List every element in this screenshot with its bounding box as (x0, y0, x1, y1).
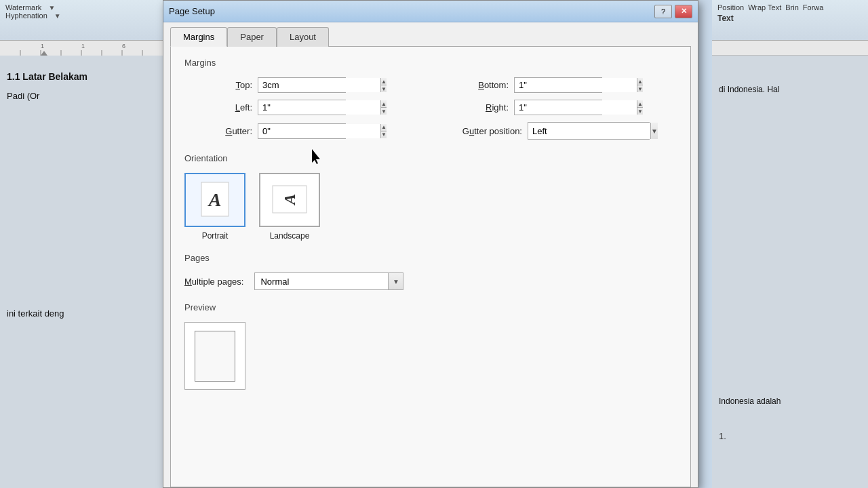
svg-text:6: 6 (122, 43, 125, 49)
doc-para1: Padi (Or (7, 89, 156, 104)
preview-box (184, 322, 245, 390)
doc-right-para2: Indonesia adalah (719, 394, 861, 408)
doc-right-number: 1. (719, 429, 861, 444)
ribbon-item-watermark[interactable]: Watermark (5, 3, 41, 12)
ribbon-item-position[interactable]: Position (717, 3, 744, 12)
multiple-pages-row: Multiple pages: ▼ (184, 272, 677, 290)
ribbon-item-bring[interactable]: Brin (785, 3, 799, 12)
field-row-right: Right: ▲ ▼ (441, 100, 677, 115)
field-row-top: Top: ▲ ▼ (184, 77, 420, 93)
portrait-label: Portrait (202, 231, 229, 241)
top-input[interactable] (258, 78, 380, 92)
top-spin-up[interactable]: ▲ (381, 78, 387, 85)
page-setup-dialog: Page Setup ? ✕ Margins Paper Layout Marg… (163, 0, 698, 488)
left-spin-down[interactable]: ▼ (381, 108, 387, 115)
orientation-label: Orientation (184, 153, 677, 163)
left-spin-buttons: ▲ ▼ (380, 100, 387, 115)
orientation-portrait[interactable]: A Portrait (184, 173, 245, 241)
gutter-position-input[interactable] (528, 123, 650, 139)
field-row-left: Left: ▲ ▼ (184, 100, 420, 115)
multiple-pages-dropdown-btn[interactable]: ▼ (388, 273, 403, 289)
gutter-position-dropdown[interactable]: ▼ (528, 122, 650, 140)
gutter-input[interactable] (258, 124, 380, 138)
right-input[interactable] (515, 100, 637, 115)
document-right-panel: Position Wrap Text Brin Forwa Text di In… (712, 0, 868, 488)
top-spin[interactable]: ▲ ▼ (258, 77, 346, 93)
bottom-input[interactable] (515, 78, 637, 92)
ruler-right (712, 41, 868, 56)
bottom-spin-down[interactable]: ▼ (637, 85, 643, 92)
svg-text:1: 1 (41, 43, 44, 49)
dialog-tabs: Margins Paper Layout (163, 22, 698, 46)
gutter-position-label: Gutter position: (441, 126, 522, 136)
margins-grid: Top: ▲ ▼ Bottom: ▲ (184, 77, 677, 140)
right-spin-buttons: ▲ ▼ (637, 100, 643, 115)
right-label: Right: (441, 102, 509, 113)
tab-margins[interactable]: Margins (170, 27, 227, 47)
preview-section: Preview (184, 302, 677, 390)
landscape-label: Landscape (270, 231, 310, 241)
portrait-icon[interactable]: A (184, 173, 245, 227)
document-left-panel: Watermark ▼ Hyphenation ▼ 1 1 6 1.1 Lata… (0, 0, 163, 488)
preview-inner (195, 331, 235, 382)
doc-heading: 1.1 Latar Belakam (7, 69, 156, 84)
svg-text:A: A (281, 193, 298, 205)
ribbon-right: Position Wrap Text Brin Forwa Text (712, 0, 868, 41)
doc-para2: ini terkait deng (7, 307, 156, 321)
svg-text:A: A (208, 189, 222, 210)
multiple-pages-input[interactable] (255, 273, 388, 289)
left-input[interactable] (258, 100, 380, 115)
dialog-controls: ? ✕ (654, 5, 692, 18)
multiple-pages-label: Multiple pages: (184, 277, 243, 287)
dialog-titlebar: Page Setup ? ✕ (163, 1, 698, 22)
top-spin-down[interactable]: ▼ (381, 85, 387, 92)
pages-section-label: Pages (184, 253, 677, 263)
orientation-landscape[interactable]: A Landscape (259, 173, 320, 241)
close-button[interactable]: ✕ (675, 5, 692, 18)
svg-text:1: 1 (81, 43, 85, 49)
gutter-label: Gutter: (184, 126, 252, 136)
left-label: Left: (184, 102, 252, 113)
tab-layout[interactable]: Layout (277, 27, 329, 47)
gutter-spin-buttons: ▲ ▼ (380, 124, 387, 138)
left-spin-up[interactable]: ▲ (381, 100, 387, 108)
ribbon-item-forward[interactable]: Forwa (803, 3, 824, 12)
ribbon-item-wrap-text[interactable]: Wrap Text (748, 3, 781, 12)
doc-right-para1: di Indonesia. Hal (719, 83, 861, 96)
gutter-spin[interactable]: ▲ ▼ (258, 123, 346, 139)
left-spin[interactable]: ▲ ▼ (258, 100, 346, 115)
top-spin-buttons: ▲ ▼ (380, 78, 387, 92)
dialog-content: Margins Top: ▲ ▼ Bottom: (170, 46, 691, 487)
margins-section-label: Margins (184, 58, 677, 68)
pages-section: Pages Multiple pages: ▼ (184, 253, 677, 290)
gutter-position-dropdown-btn[interactable]: ▼ (650, 123, 658, 139)
field-row-gutter: Gutter: ▲ ▼ (184, 122, 420, 140)
orientation-options: A Portrait A (184, 173, 677, 241)
bottom-label: Bottom: (441, 80, 509, 90)
gutter-spin-down[interactable]: ▼ (381, 131, 387, 138)
ribbon-item-hyphenation[interactable]: Hyphenation (5, 12, 47, 20)
ruler-left: 1 1 6 (0, 41, 163, 56)
top-label: Top: (184, 80, 252, 90)
right-spin-up[interactable]: ▲ (637, 100, 643, 108)
landscape-icon[interactable]: A (259, 173, 320, 227)
field-row-gutter-position: Gutter position: ▼ (441, 122, 677, 140)
field-row-bottom: Bottom: ▲ ▼ (441, 77, 677, 93)
bottom-spin-up[interactable]: ▲ (637, 78, 643, 85)
tab-paper[interactable]: Paper (227, 27, 277, 47)
bottom-spin[interactable]: ▲ ▼ (514, 77, 602, 93)
doc-text-right: di Indonesia. Hal Indonesia adalah 1. (712, 56, 868, 458)
help-button[interactable]: ? (654, 5, 672, 18)
doc-text-left: 1.1 Latar Belakam Padi (Or ini terkait d… (0, 56, 163, 335)
preview-label: Preview (184, 302, 677, 312)
dialog-title: Page Setup (169, 6, 215, 16)
bottom-spin-buttons: ▲ ▼ (637, 78, 643, 92)
tab-text-label[interactable]: Text (717, 14, 734, 23)
right-spin[interactable]: ▲ ▼ (514, 100, 602, 115)
ribbon-left: Watermark ▼ Hyphenation ▼ (0, 0, 163, 41)
right-spin-down[interactable]: ▼ (637, 108, 643, 115)
multiple-pages-dropdown[interactable]: ▼ (254, 272, 403, 290)
orientation-section: Orientation A Portrait (184, 153, 677, 241)
gutter-spin-up[interactable]: ▲ (381, 124, 387, 131)
